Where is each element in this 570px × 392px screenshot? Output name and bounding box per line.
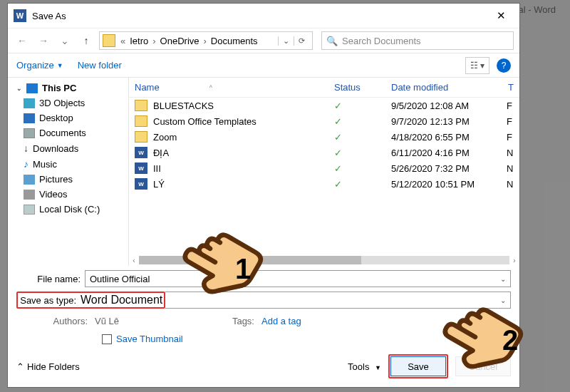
column-headers: Name^ Status Date modified T bbox=[129, 78, 519, 98]
file-date: 9/5/2020 12:08 AM bbox=[391, 100, 507, 111]
view-options[interactable]: ☷ ▾ bbox=[465, 57, 489, 74]
file-row[interactable]: Zoom✓4/18/2020 6:55 PMF bbox=[129, 129, 519, 145]
refresh-button[interactable]: ⟳ bbox=[294, 36, 309, 46]
documents-icon bbox=[24, 128, 35, 138]
tags-label: Tags: bbox=[212, 316, 254, 326]
toolbar: Organize▼ New folder ☷ ▾ ? bbox=[8, 53, 519, 78]
word-doc-icon: W bbox=[135, 147, 147, 158]
nav-forward[interactable]: → bbox=[35, 32, 52, 49]
file-row[interactable]: BLUESTACKS✓9/5/2020 12:08 AMF bbox=[129, 98, 519, 113]
cube-icon bbox=[24, 98, 35, 108]
tags-add-link[interactable]: Add a tag bbox=[261, 316, 301, 326]
file-name: BLUESTACKS bbox=[153, 100, 334, 111]
file-row[interactable]: WĐỊA✓6/11/2020 4:16 PMN bbox=[129, 145, 519, 160]
disk-icon bbox=[24, 205, 35, 215]
file-type-initial: F bbox=[507, 132, 514, 143]
sort-indicator-icon: ^ bbox=[209, 84, 212, 91]
word-doc-icon: W bbox=[135, 163, 147, 174]
breadcrumb[interactable]: « Ietro › OneDrive › Documents ⌄ ⟳ bbox=[99, 31, 313, 50]
tools-menu[interactable]: Tools ▼ bbox=[348, 361, 381, 372]
scroll-left-icon[interactable]: ‹ bbox=[129, 257, 139, 264]
sidebar-item-music[interactable]: ♪Music bbox=[8, 156, 128, 172]
search-input[interactable]: 🔍 Search Documents bbox=[321, 31, 514, 50]
file-type-initial: N bbox=[507, 148, 514, 158]
scroll-right-icon[interactable]: › bbox=[509, 257, 519, 264]
nav-back[interactable]: ← bbox=[14, 32, 31, 49]
filename-label: File name: bbox=[16, 274, 85, 284]
status-icon: ✓ bbox=[334, 148, 391, 158]
file-type-initial: F bbox=[507, 116, 514, 127]
nav-bar: ← → ⌄ ↑ « Ietro › OneDrive › Documents ⌄… bbox=[8, 28, 519, 53]
file-type-initial: F bbox=[507, 100, 514, 111]
annotation-number-2: 2 bbox=[502, 324, 518, 356]
annotation-box-type: Save as type: Word Document bbox=[16, 292, 165, 309]
expand-caret-icon[interactable]: ⌄ bbox=[16, 85, 22, 92]
file-type-initial: N bbox=[507, 163, 514, 174]
breadcrumb-seg-2[interactable]: OneDrive bbox=[158, 36, 202, 46]
sidebar-item-downloads[interactable]: ↓Downloads bbox=[8, 140, 128, 156]
file-name: ĐỊA bbox=[153, 148, 334, 158]
new-folder-button[interactable]: New folder bbox=[78, 60, 122, 71]
breadcrumb-chevron[interactable]: « bbox=[118, 36, 128, 46]
sidebar-item-documents[interactable]: Documents bbox=[8, 125, 128, 140]
file-name: III bbox=[153, 163, 334, 174]
file-name: LÝ bbox=[153, 179, 334, 190]
sidebar: ⌄ This PC 3D Objects Desktop Documents ↓… bbox=[8, 78, 129, 266]
file-date: 5/12/2020 10:51 PM bbox=[391, 179, 507, 190]
sidebar-item-pictures[interactable]: Pictures bbox=[8, 172, 128, 187]
file-date: 9/7/2020 12:13 PM bbox=[391, 116, 507, 127]
file-name: Zoom bbox=[153, 132, 334, 143]
header-status[interactable]: Status bbox=[334, 82, 391, 93]
save-thumbnail-label: Save Thumbnail bbox=[116, 334, 183, 344]
file-row[interactable]: WIII✓5/26/2020 7:32 PMN bbox=[129, 160, 519, 176]
file-date: 6/11/2020 4:16 PM bbox=[391, 148, 507, 158]
hide-folders-button[interactable]: ⌃ Hide Folders bbox=[16, 361, 80, 372]
header-date[interactable]: Date modified bbox=[391, 82, 508, 93]
file-date: 5/26/2020 7:32 PM bbox=[391, 163, 507, 174]
chevron-down-icon[interactable]: ⌄ bbox=[56, 32, 73, 49]
sidebar-item-desktop[interactable]: Desktop bbox=[8, 110, 128, 125]
saveas-type-value: Word Document bbox=[81, 294, 162, 306]
folder-icon bbox=[135, 131, 147, 143]
authors-value[interactable]: Vũ Lê bbox=[95, 316, 119, 326]
file-type-initial: N bbox=[507, 179, 514, 190]
help-icon[interactable]: ? bbox=[497, 58, 511, 73]
annotation-number-1: 1 bbox=[235, 253, 251, 285]
file-row[interactable]: WLÝ✓5/12/2020 10:51 PMN bbox=[129, 176, 519, 192]
nav-up[interactable]: ↑ bbox=[78, 32, 95, 49]
pc-icon bbox=[26, 83, 38, 93]
desktop-icon bbox=[24, 113, 35, 123]
saveas-type-label: Save as type: bbox=[19, 295, 81, 306]
videos-icon bbox=[24, 190, 35, 200]
header-type[interactable]: T bbox=[508, 82, 514, 93]
search-placeholder: Search Documents bbox=[342, 36, 421, 46]
word-doc-icon: W bbox=[135, 178, 147, 190]
close-button[interactable]: ✕ bbox=[488, 6, 514, 26]
sidebar-item-this-pc[interactable]: ⌄ This PC bbox=[8, 81, 128, 96]
filename-field[interactable]: Outline Official ⌄ bbox=[85, 270, 511, 287]
sidebar-item-3d[interactable]: 3D Objects bbox=[8, 96, 128, 110]
file-name: Custom Office Templates bbox=[153, 116, 334, 127]
organize-menu[interactable]: Organize▼ bbox=[16, 60, 63, 71]
file-row[interactable]: Custom Office Templates✓9/7/2020 12:13 P… bbox=[129, 113, 519, 129]
sidebar-item-local-disk[interactable]: Local Disk (C:) bbox=[8, 202, 128, 217]
save-thumbnail-checkbox[interactable] bbox=[102, 334, 112, 344]
titlebar: W Save As ✕ bbox=[8, 4, 519, 28]
breadcrumb-seg-3[interactable]: Documents bbox=[209, 36, 260, 46]
status-icon: ✓ bbox=[334, 163, 391, 174]
breadcrumb-dropdown[interactable]: ⌄ bbox=[278, 36, 294, 46]
word-app-icon: W bbox=[14, 9, 26, 22]
folder-icon bbox=[135, 100, 147, 111]
music-icon: ♪ bbox=[24, 158, 28, 170]
status-icon: ✓ bbox=[334, 116, 391, 127]
authors-label: Authors: bbox=[45, 316, 88, 326]
file-date: 4/18/2020 6:55 PM bbox=[391, 132, 507, 143]
pointer-hand-1 bbox=[175, 225, 267, 317]
status-icon: ✓ bbox=[334, 132, 391, 143]
breadcrumb-seg-1[interactable]: Ietro bbox=[128, 36, 150, 46]
dropdown-icon[interactable]: ⌄ bbox=[500, 275, 506, 283]
header-name[interactable]: Name^ bbox=[135, 82, 334, 93]
status-icon: ✓ bbox=[334, 179, 391, 190]
pictures-icon bbox=[24, 175, 35, 185]
sidebar-item-videos[interactable]: Videos bbox=[8, 187, 128, 202]
